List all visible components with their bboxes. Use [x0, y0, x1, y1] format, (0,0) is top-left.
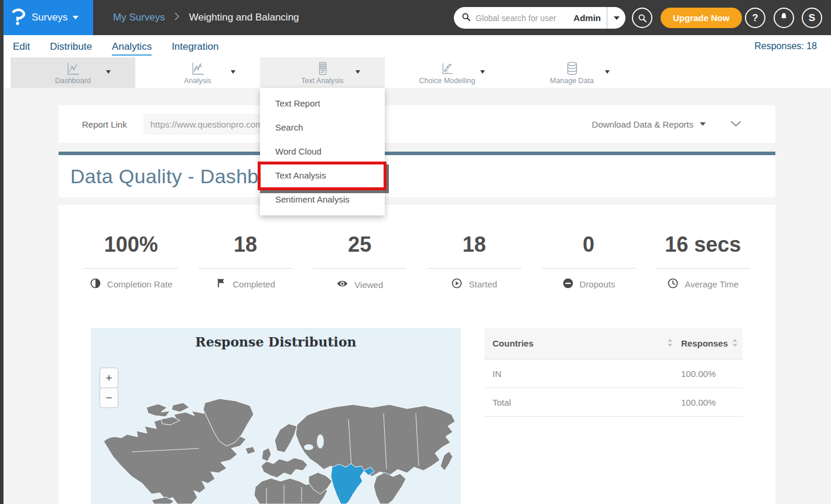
- nav-integration[interactable]: Integration: [172, 37, 218, 56]
- toolbar-label: Manage Data: [550, 77, 594, 85]
- notifications-button[interactable]: [774, 8, 794, 28]
- nav-distribute[interactable]: Distribute: [50, 37, 92, 56]
- chevron-down-icon: [605, 70, 610, 74]
- stat-value: 18: [188, 232, 302, 257]
- chevron-down-icon: [355, 70, 360, 74]
- stat-completed: 18 Completed: [188, 205, 302, 292]
- collapse-panel-chevron[interactable]: [730, 119, 741, 129]
- search-scope-label[interactable]: Admin: [573, 13, 601, 23]
- page-title-card: Data Quality - Dashboard: [59, 155, 775, 197]
- bell-icon: [779, 12, 789, 25]
- toolbar-label: Dashboard: [55, 77, 91, 85]
- stat-viewed: 25 Viewed: [303, 205, 417, 292]
- breadcrumb-separator-icon: [175, 12, 180, 23]
- menu-item-sentiment-analysis[interactable]: Sentiment Analysis: [260, 187, 385, 211]
- stat-label: Average Time: [685, 279, 738, 289]
- text-document-icon: [315, 61, 330, 76]
- menu-item-text-report[interactable]: Text Report: [260, 91, 385, 115]
- line-chart-icon: [66, 61, 81, 76]
- country-cell: Total: [493, 397, 511, 407]
- stat-value: 0: [531, 232, 645, 257]
- search-input[interactable]: [476, 13, 558, 23]
- stat-value: 25: [303, 232, 417, 257]
- download-data-reports-label[interactable]: Download Data & Reports: [592, 119, 693, 129]
- column-header-countries[interactable]: Countries: [493, 338, 534, 348]
- stat-dropouts: 0 Dropouts: [531, 205, 645, 292]
- questionpro-logo-icon: [11, 8, 26, 28]
- report-link-bar: Report Link Download Data & Reports: [59, 105, 775, 143]
- table-row: IN 100.00%: [484, 359, 743, 388]
- search-scope-dropdown[interactable]: [607, 7, 625, 29]
- play-circle-icon: [451, 277, 463, 291]
- dashboard-card: 100% Completion Rate 18 Completed 25: [59, 205, 775, 504]
- toolbar-label: Analysis: [184, 77, 211, 85]
- stat-started: 18 Started: [417, 205, 531, 292]
- stat-average-time: 16 secs Average Time: [646, 205, 760, 292]
- area-chart-icon: [190, 61, 206, 76]
- clock-icon: [667, 277, 679, 291]
- survey-nav: Edit Distribute Analytics Integration Re…: [0, 35, 831, 57]
- question-mark-icon: ?: [752, 12, 758, 24]
- contrast-icon: [90, 277, 101, 291]
- text-analysis-dropdown-menu: Text Report Search Word Cloud Text Analy…: [260, 88, 385, 215]
- search-button[interactable]: [632, 8, 652, 28]
- stats-row: 100% Completion Rate 18 Completed 25: [59, 205, 775, 292]
- avatar-initial: S: [809, 12, 815, 24]
- stat-value: 16 secs: [646, 232, 760, 257]
- country-cell: IN: [493, 369, 501, 379]
- user-avatar[interactable]: S: [802, 8, 822, 28]
- responses-count: Responses: 18: [754, 41, 831, 52]
- stat-label: Completion Rate: [107, 279, 173, 289]
- stat-label: Completed: [232, 279, 275, 289]
- breadcrumb-my-surveys[interactable]: My Surveys: [113, 12, 165, 23]
- breadcrumb-current: Weighting and Balancing: [189, 12, 299, 23]
- responses-cell: 100.00%: [681, 369, 716, 379]
- toolbar-text-analysis[interactable]: Text Analysis: [260, 57, 385, 88]
- collapsed-sidebar-strip: [0, 35, 4, 504]
- chevron-down-icon: [480, 70, 485, 74]
- responses-cell: 100.00%: [681, 397, 716, 407]
- toolbar-dashboard[interactable]: Dashboard: [11, 57, 135, 88]
- stat-completion-rate: 100% Completion Rate: [74, 205, 188, 292]
- chevron-down-icon: [231, 70, 235, 74]
- countries-table-header: Countries Responses: [484, 328, 743, 359]
- toolbar-choice-modelling[interactable]: Choice Modelling: [385, 57, 509, 88]
- top-header: Surveys My Surveys Weighting and Balanci…: [0, 0, 831, 35]
- map-country-india: [331, 464, 374, 504]
- chevron-down-icon[interactable]: [700, 122, 706, 126]
- menu-item-word-cloud[interactable]: Word Cloud: [260, 139, 385, 163]
- eye-icon: [336, 277, 348, 292]
- map-title: Response Distribution: [91, 334, 461, 349]
- upgrade-now-button[interactable]: Upgrade Now: [661, 8, 742, 28]
- response-distribution-map-card: Response Distribution + −: [91, 328, 461, 504]
- chevron-down-icon: [106, 70, 111, 74]
- search-icon: [461, 12, 471, 24]
- scatter-chart-icon: [440, 61, 455, 76]
- report-link-label: Report Link: [82, 119, 127, 129]
- help-button[interactable]: ?: [745, 8, 765, 28]
- stat-value: 18: [417, 232, 531, 257]
- menu-item-text-analysis[interactable]: Text Analysis: [260, 163, 385, 187]
- table-row: Total 100.00%: [484, 388, 743, 417]
- stat-label: Viewed: [354, 280, 383, 290]
- chevron-down-icon: [73, 16, 78, 19]
- minus-circle-icon: [562, 277, 574, 291]
- analytics-toolbar: Dashboard Analysis Text Analysis Choice …: [0, 57, 831, 88]
- toolbar-label: Text Analysis: [301, 77, 343, 85]
- nav-analytics[interactable]: Analytics: [112, 37, 152, 56]
- stat-label: Dropouts: [580, 279, 615, 289]
- sort-icon[interactable]: [667, 338, 673, 348]
- sort-icon[interactable]: [732, 338, 738, 348]
- world-map[interactable]: [91, 378, 461, 504]
- flag-icon: [216, 277, 227, 290]
- toolbar-analysis[interactable]: Analysis: [135, 57, 260, 88]
- questionpro-analytics-page: Surveys My Surveys Weighting and Balanci…: [0, 0, 831, 504]
- surveys-menu[interactable]: Surveys: [4, 0, 93, 35]
- toolbar-manage-data[interactable]: Manage Data: [509, 57, 634, 88]
- chevron-down-icon: [614, 16, 620, 20]
- menu-item-search[interactable]: Search: [260, 115, 385, 139]
- column-header-responses[interactable]: Responses: [681, 338, 728, 348]
- nav-edit[interactable]: Edit: [13, 37, 30, 56]
- download-data-reports[interactable]: Download Data & Reports: [592, 119, 775, 129]
- breadcrumb: My Surveys Weighting and Balancing: [113, 0, 299, 35]
